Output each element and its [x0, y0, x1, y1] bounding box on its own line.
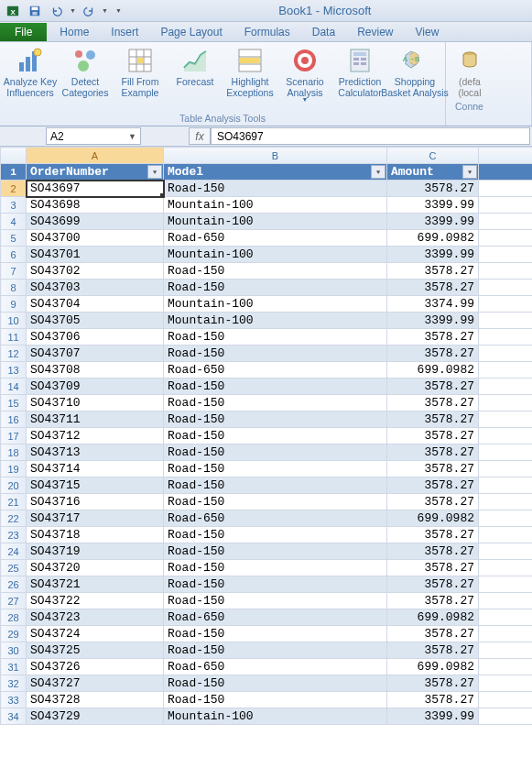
cell-ordernumber[interactable]: SO43718 — [27, 527, 164, 543]
cell-model[interactable]: Road-150 — [164, 543, 387, 560]
cell-amount[interactable]: 3399.99 — [387, 214, 479, 230]
cell-ordernumber[interactable]: SO43705 — [27, 313, 164, 329]
cell-ordernumber[interactable]: SO43702 — [27, 263, 164, 280]
col-header-next[interactable] — [479, 148, 533, 164]
row-header[interactable]: 15 — [1, 395, 27, 411]
formula-input[interactable]: SO43697 — [211, 127, 530, 145]
cell-ordernumber[interactable]: SO43728 — [27, 692, 164, 708]
filter-icon[interactable]: ▼ — [147, 165, 162, 179]
cell-amount[interactable]: 3578.27 — [387, 543, 479, 560]
row-header[interactable]: 7 — [1, 263, 27, 280]
cell-amount[interactable]: 3578.27 — [387, 411, 479, 428]
cell-amount[interactable]: 3399.99 — [387, 247, 479, 263]
cell-amount[interactable]: 699.0982 — [387, 659, 479, 675]
cell-ordernumber[interactable]: SO43716 — [27, 494, 164, 510]
cell-amount[interactable]: 3374.99 — [387, 296, 479, 313]
cell-amount[interactable]: 3578.27 — [387, 181, 479, 197]
cell-ordernumber[interactable]: SO43708 — [27, 362, 164, 379]
row-header[interactable]: 8 — [1, 280, 27, 296]
cell-model[interactable]: Road-150 — [164, 346, 387, 362]
undo-icon[interactable] — [48, 2, 66, 20]
row-header[interactable]: 29 — [1, 626, 27, 642]
cell-amount[interactable]: 3578.27 — [387, 477, 479, 494]
ribbon-btn-shopping-basket-analysis[interactable]: A→BShopping Basket Analysis — [388, 44, 441, 112]
cell-model[interactable]: Mountain-100 — [164, 296, 387, 313]
cell-model[interactable]: Road-150 — [164, 692, 387, 708]
row-header[interactable]: 28 — [1, 609, 27, 626]
cell-ordernumber[interactable]: SO43712 — [27, 428, 164, 444]
cell-ordernumber[interactable]: SO43717 — [27, 510, 164, 527]
row-header[interactable]: 10 — [1, 313, 27, 329]
cell-amount[interactable]: 3578.27 — [387, 527, 479, 543]
row-header[interactable]: 6 — [1, 247, 27, 263]
excel-icon[interactable]: X — [4, 2, 22, 20]
cell-amount[interactable]: 3578.27 — [387, 560, 479, 576]
cell-ordernumber[interactable]: SO43715 — [27, 477, 164, 494]
cell-model[interactable]: Road-150 — [164, 280, 387, 296]
tab-page-layout[interactable]: Page Layout — [149, 23, 233, 41]
save-icon[interactable] — [26, 2, 44, 20]
col-header-a[interactable]: A — [27, 148, 164, 164]
row-header[interactable]: 34 — [1, 708, 27, 725]
row-header[interactable]: 22 — [1, 510, 27, 527]
row-header[interactable]: 23 — [1, 527, 27, 543]
cell-model[interactable]: Road-150 — [164, 263, 387, 280]
cell-model[interactable]: Road-150 — [164, 379, 387, 395]
cell-amount[interactable]: 699.0982 — [387, 510, 479, 527]
cell-model[interactable]: Road-150 — [164, 626, 387, 642]
cell-amount[interactable]: 3399.99 — [387, 313, 479, 329]
cell-ordernumber[interactable]: SO43707 — [27, 346, 164, 362]
cell-model[interactable]: Road-150 — [164, 560, 387, 576]
cell-model[interactable]: Road-650 — [164, 659, 387, 675]
row-header[interactable]: 25 — [1, 560, 27, 576]
row-header[interactable]: 26 — [1, 576, 27, 593]
cell-amount[interactable]: 699.0982 — [387, 362, 479, 379]
chevron-down-icon[interactable]: ▼ — [128, 132, 136, 141]
row-header[interactable]: 11 — [1, 329, 27, 346]
cell-ordernumber[interactable]: SO43706 — [27, 329, 164, 346]
cell-model[interactable]: Mountain-100 — [164, 197, 387, 214]
ribbon-btn-analyze-key-influencers[interactable]: Analyze Key Influencers — [4, 44, 57, 112]
row-header[interactable]: 14 — [1, 379, 27, 395]
cell-amount[interactable]: 3578.27 — [387, 444, 479, 461]
row-header[interactable]: 1 — [1, 164, 27, 181]
cell-amount[interactable]: 3399.99 — [387, 708, 479, 725]
cell-ordernumber[interactable]: SO43720 — [27, 560, 164, 576]
cell-ordernumber[interactable]: SO43723 — [27, 609, 164, 626]
tab-view[interactable]: View — [405, 23, 451, 41]
cell-ordernumber[interactable]: SO43700 — [27, 230, 164, 247]
ribbon-btn-fill-from-example[interactable]: Fill From Example — [114, 44, 167, 112]
cell-amount[interactable]: 3578.27 — [387, 346, 479, 362]
cell-amount[interactable]: 699.0982 — [387, 609, 479, 626]
tab-review[interactable]: Review — [346, 23, 404, 41]
cell-model[interactable]: Mountain-100 — [164, 214, 387, 230]
tab-insert[interactable]: Insert — [100, 23, 149, 41]
ribbon-btn-scenario-analysis[interactable]: Scenario Analysis▼ — [278, 44, 331, 112]
cell-model[interactable]: Mountain-100 — [164, 313, 387, 329]
cell-ordernumber[interactable]: SO43726 — [27, 659, 164, 675]
row-header[interactable]: 5 — [1, 230, 27, 247]
header-ordernumber[interactable]: OrderNumber▼ — [27, 164, 164, 181]
tab-file[interactable]: File — [0, 23, 47, 41]
redo-icon[interactable] — [80, 2, 98, 20]
cell-model[interactable]: Road-150 — [164, 642, 387, 659]
row-header[interactable]: 30 — [1, 642, 27, 659]
filter-icon[interactable]: ▼ — [462, 165, 477, 179]
cell-amount[interactable]: 3578.27 — [387, 428, 479, 444]
cell-amount[interactable]: 3578.27 — [387, 593, 479, 609]
cell-ordernumber[interactable]: SO43703 — [27, 280, 164, 296]
cell-amount[interactable]: 3578.27 — [387, 494, 479, 510]
select-all-corner[interactable] — [1, 148, 27, 164]
cell-amount[interactable]: 3578.27 — [387, 461, 479, 477]
cell-ordernumber[interactable]: SO43697 — [27, 181, 164, 197]
cell-model[interactable]: Road-650 — [164, 362, 387, 379]
cell-amount[interactable]: 3578.27 — [387, 642, 479, 659]
cell-amount[interactable]: 3578.27 — [387, 692, 479, 708]
cell-amount[interactable]: 3578.27 — [387, 329, 479, 346]
cell-ordernumber[interactable]: SO43709 — [27, 379, 164, 395]
tab-data[interactable]: Data — [301, 23, 346, 41]
cell-model[interactable]: Road-150 — [164, 444, 387, 461]
cell-ordernumber[interactable]: SO43719 — [27, 543, 164, 560]
cell-ordernumber[interactable]: SO43722 — [27, 593, 164, 609]
cell-model[interactable]: Mountain-100 — [164, 708, 387, 725]
